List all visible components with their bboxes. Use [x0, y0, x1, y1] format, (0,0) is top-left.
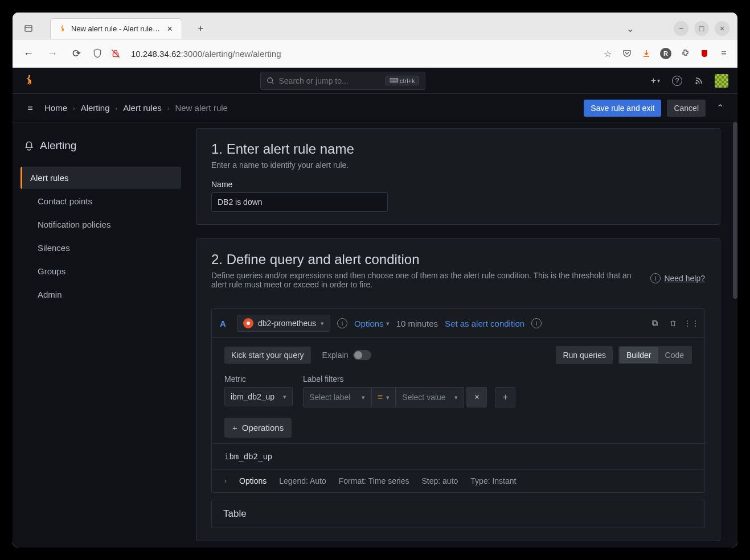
mode-code-button[interactable]: Code [658, 347, 691, 363]
datasource-info-icon[interactable]: i [337, 318, 347, 328]
forward-button[interactable]: → [44, 46, 60, 61]
reload-button[interactable]: ⟳ [68, 46, 84, 61]
raw-query-text: ibm_db2_up [212, 443, 704, 469]
results-table-panel: Table [211, 500, 705, 528]
ublock-icon[interactable] [699, 48, 710, 59]
sidebar-item-alert-rules[interactable]: Alert rules [21, 167, 181, 189]
maximize-window-button[interactable]: □ [694, 21, 709, 36]
sidebar: Alerting Alert rules Contact points Noti… [13, 122, 188, 547]
global-search[interactable]: ⌨ctrl+k [260, 72, 425, 90]
panel1-title: 1. Enter alert rule name [211, 141, 705, 157]
nav-menu-toggle[interactable]: ≡ [22, 100, 39, 117]
help-icon[interactable]: ? [671, 75, 683, 87]
need-help-link[interactable]: Need help? [664, 274, 705, 283]
add-operations-button[interactable]: + Operations [224, 418, 292, 438]
svg-rect-5 [653, 322, 657, 326]
datasource-picker[interactable]: db2-prometheus ▾ [237, 315, 330, 332]
all-tabs-button[interactable] [21, 20, 36, 36]
chevron-right-icon: › [73, 105, 75, 112]
grafana-favicon [58, 24, 67, 34]
table-label: Table [223, 508, 693, 520]
kickstart-query-button[interactable]: Kick start your query [224, 347, 311, 364]
mode-builder-button[interactable]: Builder [620, 347, 658, 363]
footer-options-label[interactable]: Options [239, 476, 267, 485]
svg-point-3 [696, 83, 697, 84]
back-button[interactable]: ← [21, 46, 36, 61]
name-label: Name [211, 180, 705, 189]
filter-operator-select[interactable]: =▾ [371, 387, 396, 407]
query-block: A db2-prometheus ▾ i Options▾ 10 minutes… [211, 308, 705, 493]
app-menu-button[interactable]: ≡ [718, 48, 729, 59]
breadcrumb-alerting[interactable]: Alerting [81, 103, 110, 113]
tab-close-button[interactable]: × [165, 24, 175, 34]
panel-query-condition: 2. Define query and alert condition Defi… [196, 238, 720, 541]
chevron-down-icon: ▾ [321, 320, 324, 327]
browser-tab[interactable]: New alert rule - Alert rule… × [50, 18, 182, 39]
address-bar[interactable]: 10.248.34.62:3000/alerting/new/alerting [129, 49, 594, 59]
sidebar-item-groups[interactable]: Groups [28, 260, 181, 282]
footer-expand-icon[interactable]: › [224, 477, 227, 485]
insecure-lock-icon[interactable] [110, 48, 121, 59]
search-shortcut: ⌨ctrl+k [386, 76, 419, 85]
query-ref-id[interactable]: A [220, 319, 230, 328]
breadcrumb-home[interactable]: Home [44, 103, 67, 113]
svg-point-2 [267, 77, 272, 83]
footer-step: Step: auto [421, 476, 458, 485]
sidebar-section-title: Alerting [19, 134, 181, 166]
save-rule-button[interactable]: Save rule and exit [584, 100, 661, 117]
add-menu-button[interactable]: +▾ [650, 75, 661, 87]
panel2-desc: Define queries and/or expressions and th… [211, 271, 644, 289]
chevron-right-icon: › [116, 105, 118, 112]
rule-name-input[interactable] [211, 192, 388, 212]
minimize-window-button[interactable]: − [674, 21, 688, 36]
duplicate-query-icon[interactable] [650, 318, 660, 328]
scrollbar-thumb[interactable] [733, 122, 737, 299]
filter-value-select[interactable]: Select value▾ [396, 387, 464, 407]
url-host: 10.248.34.62 [131, 49, 181, 59]
extensions-icon[interactable] [679, 48, 691, 59]
sidebar-item-admin[interactable]: Admin [28, 283, 181, 306]
pocket-icon[interactable] [621, 48, 633, 59]
sidebar-item-notification-policies[interactable]: Notification policies [28, 213, 181, 236]
list-all-tabs-chevron[interactable]: ⌄ [626, 23, 634, 34]
search-input[interactable] [279, 76, 381, 85]
info-icon[interactable]: i [650, 273, 661, 283]
tab-title: New alert rule - Alert rule… [71, 24, 160, 33]
chevron-down-icon: ▾ [283, 393, 286, 401]
close-window-button[interactable]: × [715, 21, 729, 36]
grafana-logo[interactable] [22, 74, 35, 88]
sidebar-item-contact-points[interactable]: Contact points [28, 190, 181, 212]
breadcrumb-alert-rules[interactable]: Alert rules [123, 103, 162, 113]
drag-handle-icon[interactable]: ⋮⋮ [686, 318, 696, 328]
delete-query-icon[interactable] [668, 318, 678, 328]
cancel-button[interactable]: Cancel [667, 100, 706, 117]
news-rss-icon[interactable] [693, 75, 704, 87]
panel-rule-name: 1. Enter alert rule name Enter a name to… [196, 128, 720, 225]
explain-toggle[interactable] [353, 350, 371, 360]
svg-rect-0 [25, 26, 32, 31]
downloads-icon[interactable] [641, 48, 652, 59]
explain-label: Explain [322, 351, 349, 360]
condition-info-icon[interactable]: i [531, 318, 542, 328]
filter-label-select[interactable]: Select label▾ [303, 387, 371, 407]
url-path: :3000/alerting/new/alerting [181, 49, 281, 59]
editor-mode-toggle: Builder Code [618, 346, 692, 364]
r-extension-icon[interactable]: R [660, 48, 671, 59]
run-queries-button[interactable]: Run queries [556, 346, 613, 364]
query-options-toggle[interactable]: Options▾ [354, 319, 390, 328]
metric-select[interactable]: ibm_db2_up ▾ [224, 387, 293, 406]
add-filter-button[interactable]: + [495, 387, 515, 407]
bookmark-star-icon[interactable]: ☆ [602, 48, 613, 59]
remove-filter-button[interactable]: × [466, 387, 487, 407]
svg-point-4 [247, 322, 250, 325]
metric-label: Metric [224, 374, 293, 384]
set-alert-condition-link[interactable]: Set as alert condition [445, 319, 524, 328]
footer-format: Format: Time series [339, 476, 409, 485]
new-tab-button[interactable]: + [192, 20, 208, 36]
sidebar-item-silences[interactable]: Silences [28, 237, 181, 259]
plus-icon: + [232, 423, 237, 433]
label-filters-label: Label filters [303, 374, 515, 384]
shield-icon[interactable] [92, 48, 103, 59]
collapse-toggle[interactable]: ⌃ [711, 100, 728, 117]
user-avatar[interactable] [715, 74, 728, 88]
